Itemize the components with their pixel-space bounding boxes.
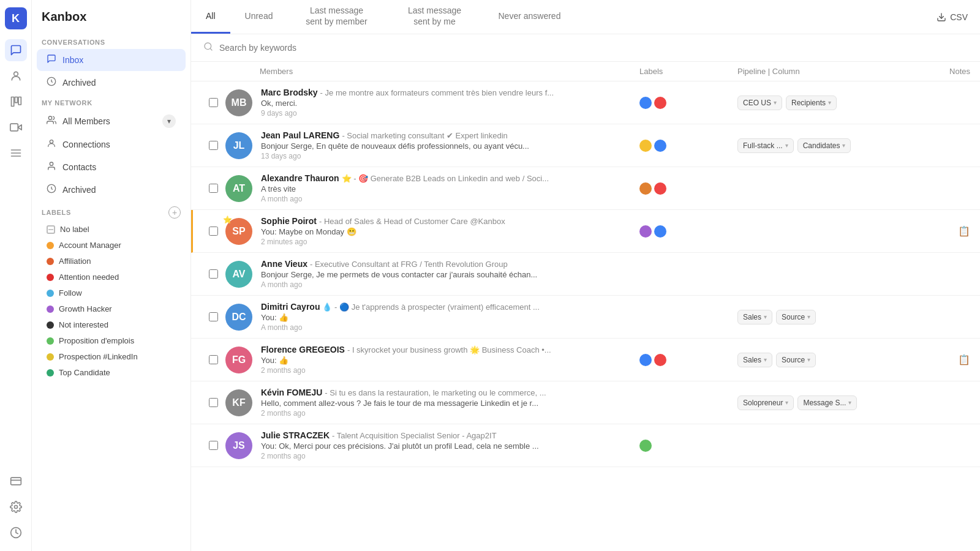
label-item-proposition[interactable]: Proposition d'emplois (37, 333, 186, 348)
member-msg-6: You: 👍 (261, 313, 639, 322)
label-item-no-label[interactable]: No label (37, 222, 186, 237)
member-info-1: Marc Brodsky - Je me montre aux formateu… (260, 88, 639, 118)
tab-all[interactable]: All (191, 0, 230, 34)
column-chevron-2: ▾ (842, 142, 845, 149)
labels-col-4 (639, 225, 737, 238)
label-item-account-manager[interactable]: Account Manager (37, 238, 186, 253)
tab-never-answered[interactable]: Never answered (483, 0, 575, 34)
network-rail-icon[interactable] (5, 65, 27, 87)
col-notes: Notes (897, 67, 970, 76)
pipeline-dropdown-2[interactable]: Full-stack ... ▾ (737, 138, 794, 153)
svg-point-11 (14, 506, 17, 509)
billing-rail-icon[interactable] (5, 470, 27, 492)
app-brand: Kanbox (32, 10, 190, 34)
pipeline-dropdown-1[interactable]: CEO US ▾ (737, 96, 782, 110)
no-label-icon (47, 225, 55, 234)
all-members-expand[interactable]: ▾ (162, 114, 176, 128)
col-avatar (225, 67, 260, 76)
sidebar-item-archived-conversations[interactable]: Archived (37, 72, 186, 94)
not-interested-dot (47, 321, 54, 329)
label-item-attention-needed[interactable]: Attention needed (37, 269, 186, 285)
table-row[interactable]: AT Alexandre Thauron ⭐ - 🎯 Generate B2B … (191, 167, 980, 210)
row-checkbox-2[interactable] (201, 141, 225, 150)
table-row[interactable]: FG Florence GREGEOIS - I skyrocket your … (191, 339, 980, 381)
member-time-8: 2 months ago (261, 409, 639, 418)
label-item-prospection[interactable]: Prospection #LinkedIn (37, 349, 186, 364)
table-row[interactable]: MB Marc Brodsky - Je me montre aux forma… (191, 81, 980, 124)
table-row[interactable]: SP ⭐ Sophie Poirot - Head of Sales & Hea… (191, 210, 980, 253)
search-input[interactable] (219, 43, 968, 53)
pipeline-dropdown-8[interactable]: Solopreneur ▾ (737, 395, 794, 410)
settings-rail-icon[interactable] (5, 496, 27, 518)
column-dropdown-6[interactable]: Source ▾ (776, 310, 816, 324)
sidebar-item-contacts[interactable]: Contacts (37, 156, 186, 178)
row-checkbox-8[interactable] (201, 398, 225, 407)
table-container: Members Labels Pipeline | Column Notes M… (191, 62, 980, 551)
csv-export-button[interactable]: CSV (924, 0, 980, 34)
clock-rail-icon[interactable] (5, 522, 27, 544)
column-dropdown-2[interactable]: Candidates ▾ (797, 138, 851, 153)
sidebar-item-archived-network[interactable]: Archived (37, 179, 186, 201)
avatar-2: JL (225, 132, 260, 159)
tab-last-sent-by-member[interactable]: Last message sent by member (287, 0, 385, 34)
tab-last-sent-by-me[interactable]: Last message sent by me (385, 0, 483, 34)
prospection-text: Prospection #LinkedIn (59, 352, 138, 361)
label-item-follow[interactable]: Follow (37, 285, 186, 301)
pipeline-col-8: Solopreneur ▾ Message S... ▾ (737, 395, 897, 410)
label-item-growth-hacker[interactable]: Growth Hacker (37, 301, 186, 317)
member-info-6: Dimitri Cayrou 💧 - 🔵 Je t'apprends à pro… (260, 302, 639, 332)
table-row[interactable]: JS Julie STRACZEK - Talent Acquisition S… (191, 424, 980, 467)
label-item-not-interested[interactable]: Not interested (37, 317, 186, 332)
row-checkbox-3[interactable] (201, 184, 225, 193)
add-label-button[interactable]: + (168, 206, 181, 219)
sidebar-item-connections[interactable]: Connections (37, 133, 186, 156)
avatar-9: JS (225, 432, 260, 459)
table-row[interactable]: JL Jean Paul LARENG - Social marketing c… (191, 124, 980, 167)
member-msg-1: Ok, merci. (261, 99, 639, 108)
pipeline-dropdown-7[interactable]: Sales ▾ (737, 353, 772, 367)
label-pill-blue-7 (639, 354, 652, 366)
table-row[interactable]: DC Dimitri Cayrou 💧 - 🔵 Je t'apprends à … (191, 296, 980, 339)
member-info-2: Jean Paul LARENG - Social marketing cons… (260, 130, 639, 160)
member-info-9: Julie STRACZEK - Talent Acquisition Spec… (260, 430, 639, 460)
svg-point-0 (13, 72, 18, 76)
tab-unread[interactable]: Unread (230, 0, 288, 34)
member-time-6: A month ago (261, 323, 639, 332)
member-desc-4: - Head of Sales & Head of Customer Care … (319, 217, 505, 226)
row-checkbox-5[interactable] (201, 269, 225, 279)
row-checkbox-6[interactable] (201, 312, 225, 321)
table-row[interactable]: KF Kévin FOMEJU - Si tu es dans la resta… (191, 381, 980, 424)
label-item-top-candidate[interactable]: Top Candidate (37, 365, 186, 380)
pipeline-chevron-8: ▾ (785, 399, 788, 406)
list-rail-icon[interactable] (5, 142, 27, 164)
col-members: Members (260, 67, 639, 76)
label-item-affiliation[interactable]: Affiliation (37, 253, 186, 269)
member-info-5: Anne Vieux - Executive Consultant at FRG… (260, 259, 639, 289)
conversations-section-title: CONVERSATIONS (32, 34, 190, 48)
svg-point-15 (50, 140, 53, 143)
pipeline-value-1: CEO US (743, 99, 771, 107)
row-checkbox-1[interactable] (201, 98, 225, 107)
inbox-rail-icon[interactable] (5, 39, 27, 61)
kanban-rail-icon[interactable] (5, 91, 27, 113)
row-checkbox-4[interactable] (201, 227, 225, 236)
tabs-bar: All Unread Last message sent by member L… (191, 0, 980, 34)
account-manager-text: Account Manager (59, 241, 121, 250)
row-checkbox-7[interactable] (201, 355, 225, 364)
contacts-icon (47, 161, 56, 173)
row-checkbox-9[interactable] (201, 441, 225, 450)
pipeline-dropdown-6[interactable]: Sales ▾ (737, 310, 772, 324)
pipeline-chevron-1: ▾ (774, 99, 777, 106)
label-pill-yellow-2 (639, 140, 652, 152)
notes-icon-4: 📋 (958, 225, 970, 237)
connections-icon (47, 138, 56, 151)
column-dropdown-7[interactable]: Source ▾ (776, 353, 816, 367)
archived-conv-icon (47, 77, 56, 89)
svg-point-16 (50, 162, 53, 165)
sidebar-item-all-members[interactable]: All Members ▾ (37, 110, 186, 133)
column-dropdown-8[interactable]: Message S... ▾ (797, 395, 857, 410)
table-row[interactable]: AV Anne Vieux - Executive Consultant at … (191, 253, 980, 296)
video-rail-icon[interactable] (5, 116, 27, 138)
sidebar-item-inbox[interactable]: Inbox (37, 49, 186, 71)
column-dropdown-1[interactable]: Recipients ▾ (786, 96, 837, 110)
